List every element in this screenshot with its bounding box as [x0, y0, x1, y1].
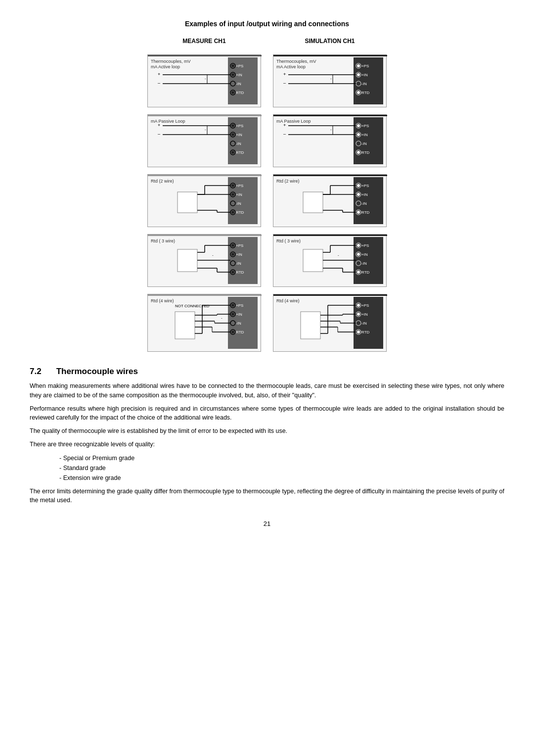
section-para-1: When making measurements where additiona… — [30, 381, 504, 400]
svg-text:-: - — [330, 76, 332, 81]
svg-rect-201 — [273, 294, 387, 296]
svg-point-25 — [231, 124, 234, 127]
diagram-rtd3-measure: Rtd ( 3 wire) +PS +IN -IN RTD — [147, 234, 261, 287]
svg-text:+IN: +IN — [236, 73, 242, 77]
svg-text:–: – — [283, 81, 286, 86]
svg-text:+PS: +PS — [361, 124, 369, 128]
svg-text:+IN: +IN — [361, 252, 368, 257]
svg-rect-192 — [303, 249, 323, 272]
svg-text:+PS: +PS — [236, 184, 243, 188]
simulation-col: SIMULATION CH1 Thermocouples, mV mA Acti… — [273, 38, 387, 352]
svg-text:-IN: -IN — [361, 142, 367, 146]
svg-point-13 — [231, 91, 234, 94]
svg-text:-IN: -IN — [236, 321, 241, 326]
svg-rect-215 — [301, 312, 320, 339]
section-para-3: The quality of thermocouple wire is esta… — [30, 426, 504, 436]
svg-text:+: + — [158, 72, 160, 77]
wiring-svg-1s: Thermocouples, mV mA Active loop +PS +IN… — [273, 55, 387, 107]
svg-text:+: + — [283, 123, 286, 128]
svg-text:Thermocouples, mV: Thermocouples, mV — [276, 59, 316, 64]
list-item-1: - Special or Premium grade — [59, 453, 504, 463]
svg-rect-41 — [148, 175, 262, 176]
svg-text:–: – — [158, 132, 160, 137]
svg-point-120 — [357, 64, 360, 67]
svg-point-5 — [231, 64, 234, 67]
svg-point-163 — [357, 193, 360, 196]
svg-text:+PS: +PS — [361, 64, 369, 68]
svg-text:RTD: RTD — [361, 210, 370, 215]
svg-point-143 — [357, 133, 360, 136]
measure-header: MEASURE CH1 — [182, 38, 225, 45]
section-title: Thermocouple wires — [56, 367, 138, 377]
diagram-ma-passive-measure: mA Passive Loop +PS +IN -IN RTD + — [147, 114, 261, 167]
svg-rect-86 — [148, 294, 262, 296]
measure-col: MEASURE CH1 Thermocouples, mV mA Active … — [147, 38, 261, 352]
section-heading: 7.2 Thermocouple wires — [30, 367, 504, 377]
wiring-svg-2m: mA Passive Loop +PS +IN -IN RTD + — [148, 115, 262, 167]
svg-text:RTD: RTD — [236, 150, 244, 155]
svg-text:-IN: -IN — [236, 82, 241, 86]
svg-rect-178 — [273, 235, 387, 236]
svg-text:Rtd (2 wire): Rtd (2 wire) — [276, 179, 300, 184]
diagram-ma-passive-sim: mA Passive Loop +PS +IN -IN RTD + – — [273, 114, 387, 167]
svg-text:+IN: +IN — [361, 73, 368, 77]
svg-text:Rtd ( 3 wire): Rtd ( 3 wire) — [276, 238, 301, 243]
svg-text:mA Passive Loop: mA Passive Loop — [276, 119, 311, 124]
svg-rect-0 — [148, 55, 262, 56]
svg-rect-156 — [273, 175, 387, 176]
svg-point-53 — [231, 211, 234, 214]
svg-text:+PS: +PS — [361, 243, 369, 248]
diagram-rtd4-measure: Rtd (4 wire) +PS +IN -IN RTD NOT CONNECT… — [147, 294, 261, 352]
svg-point-168 — [357, 211, 360, 214]
svg-point-190 — [357, 271, 360, 274]
wiring-svg-5m: Rtd (4 wire) +PS +IN -IN RTD NOT CONNECT… — [148, 294, 262, 351]
svg-text:RTD: RTD — [236, 91, 244, 95]
svg-text:-IN: -IN — [361, 321, 367, 326]
svg-text:NOT CONNECTED: NOT CONNECTED — [175, 304, 210, 308]
list-item-3: - Extension wire grade — [59, 473, 504, 483]
svg-text:RTD: RTD — [361, 150, 370, 155]
svg-rect-63 — [148, 235, 262, 236]
page-number: 21 — [30, 520, 504, 527]
wiring-svg-2s: mA Passive Loop +PS +IN -IN RTD + – — [273, 115, 387, 167]
diagram-thermo-active-measure: Thermocouples, mV mA Active loop +PS +IN — [147, 54, 261, 107]
page-container: Examples of input /output wiring and con… — [30, 20, 504, 527]
svg-text:RTD: RTD — [236, 330, 244, 334]
list-item-2: - Standard grade — [59, 463, 504, 473]
svg-point-140 — [357, 124, 360, 127]
svg-point-182 — [357, 244, 360, 247]
svg-point-90 — [231, 304, 234, 307]
diagram-rtd2-sim: Rtd (2 wire) +PS +IN -IN RTD — [273, 174, 387, 227]
section-para-2: Performance results where high precision… — [30, 404, 504, 423]
svg-text:+IN: +IN — [236, 252, 242, 257]
svg-text:–: – — [283, 132, 286, 137]
svg-text:-: - — [205, 76, 206, 81]
svg-text:-: - — [205, 127, 206, 132]
svg-rect-55 — [178, 192, 197, 213]
svg-point-205 — [357, 304, 360, 307]
simulation-header: SIMULATION CH1 — [305, 38, 355, 45]
svg-text:-IN: -IN — [236, 201, 241, 206]
svg-text:+IN: +IN — [361, 312, 368, 317]
svg-text:-IN: -IN — [236, 261, 241, 266]
svg-point-123 — [357, 73, 360, 76]
svg-point-70 — [231, 253, 234, 256]
svg-text:-IN: -IN — [236, 142, 241, 146]
svg-point-148 — [357, 151, 360, 154]
svg-text:mA Passive Loop: mA Passive Loop — [151, 119, 185, 124]
svg-point-33 — [231, 151, 234, 154]
diagram-rtd3-sim: Rtd ( 3 wire) +PS +IN -IN RTD — [273, 234, 387, 287]
svg-text:-: - — [212, 253, 214, 257]
svg-text:Thermocouples, mV: Thermocouples, mV — [151, 59, 191, 64]
svg-point-128 — [357, 91, 360, 94]
svg-text:+PS: +PS — [236, 64, 243, 68]
svg-point-75 — [231, 271, 234, 274]
svg-point-98 — [231, 331, 234, 333]
svg-text:Rtd (4 wire): Rtd (4 wire) — [151, 298, 174, 303]
svg-rect-21 — [148, 115, 262, 116]
svg-point-213 — [357, 331, 360, 333]
svg-text:RTD: RTD — [236, 270, 244, 275]
svg-point-67 — [231, 244, 234, 247]
svg-rect-170 — [303, 192, 323, 213]
svg-text:+IN: +IN — [236, 312, 242, 317]
